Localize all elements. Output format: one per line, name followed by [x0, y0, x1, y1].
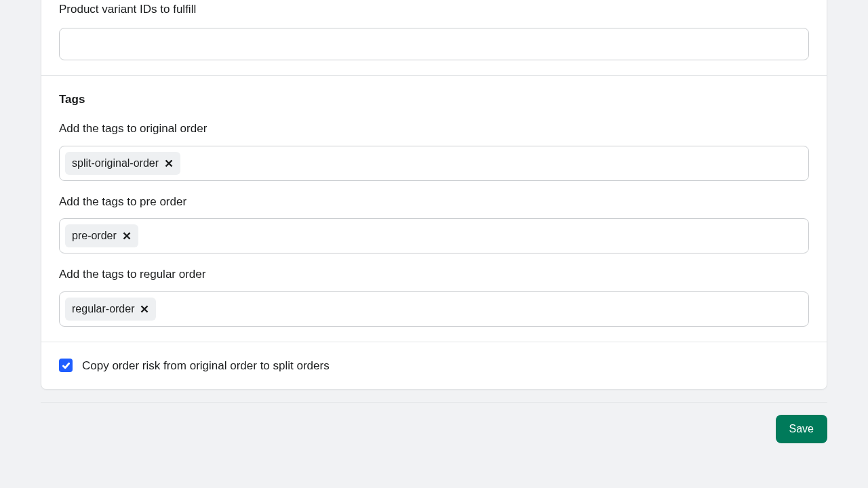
close-icon: [123, 232, 131, 240]
copy-risk-checkbox[interactable]: [59, 359, 73, 372]
tag-chip: pre-order: [65, 224, 138, 247]
original-order-tags-label: Add the tags to original order: [59, 120, 809, 138]
original-order-tags-input[interactable]: split-original-order: [59, 146, 809, 181]
remove-tag-button[interactable]: [121, 230, 133, 242]
tag-text: pre-order: [72, 228, 117, 244]
copy-risk-section: Copy order risk from original order to s…: [41, 342, 827, 390]
tag-chip: regular-order: [65, 298, 156, 321]
tag-text: split-original-order: [72, 155, 159, 171]
check-icon: [62, 361, 71, 370]
variant-ids-label: Product variant IDs to fulfill: [59, 1, 809, 18]
tags-section-title: Tags: [59, 91, 809, 108]
regular-order-tags-label: Add the tags to regular order: [59, 266, 809, 283]
preorder-tags-label: Add the tags to pre order: [59, 193, 809, 211]
tag-chip: split-original-order: [65, 152, 180, 175]
regular-order-tags-input[interactable]: regular-order: [59, 291, 809, 327]
close-icon: [140, 305, 149, 313]
copy-risk-label: Copy order risk from original order to s…: [82, 357, 330, 375]
tag-text: regular-order: [72, 301, 134, 317]
preorder-tags-input[interactable]: pre-order: [59, 218, 809, 253]
close-icon: [165, 159, 173, 167]
remove-tag-button[interactable]: [163, 157, 175, 169]
footer-actions: Save: [41, 402, 827, 443]
settings-card: Product variant IDs to fulfill Tags Add …: [41, 0, 827, 390]
variant-ids-input[interactable]: [59, 28, 809, 60]
copy-risk-row[interactable]: Copy order risk from original order to s…: [59, 357, 809, 375]
variant-ids-section: Product variant IDs to fulfill: [41, 0, 827, 75]
tags-section: Tags Add the tags to original order spli…: [41, 75, 827, 342]
save-button[interactable]: Save: [776, 415, 827, 443]
remove-tag-button[interactable]: [138, 303, 151, 315]
